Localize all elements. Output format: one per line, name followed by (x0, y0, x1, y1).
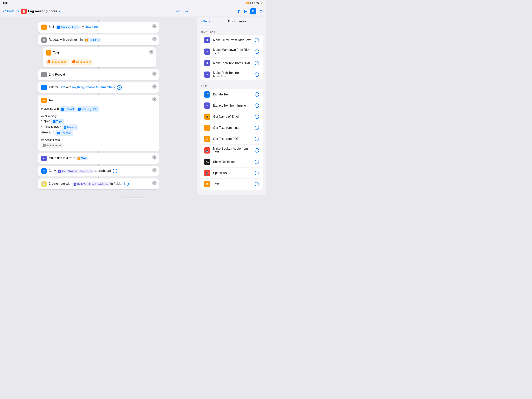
nav-right-area: ⬆ ▶ ⊞ ⚙ (237, 8, 263, 14)
repeat-close-button[interactable]: × (152, 37, 157, 41)
text-nested-icon: ≡ (46, 50, 51, 56)
connector (98, 176, 99, 179)
repeat-icon: ↻ (41, 37, 47, 43)
get-text-input-info-button[interactable]: i (255, 126, 259, 130)
spacer (41, 136, 156, 138)
create-note-action: 📝 Create note with R Rich Text from Mark… (38, 179, 159, 189)
folder-value[interactable]: Folder (114, 182, 122, 185)
text-nested-action: ≡ Text × X Repeat Index . X Repeat Item (43, 47, 156, 67)
topic-token[interactable]: □ Topic (51, 119, 64, 124)
ask-for-close-button[interactable]: × (152, 84, 157, 89)
ask-text-type[interactable]: Text (59, 85, 65, 89)
run-button[interactable]: ▶ (244, 9, 247, 14)
notable-token[interactable]: □ Notable (62, 124, 78, 130)
repeat-index-token[interactable]: X Repeat Index (46, 59, 69, 65)
create-note-icon: 📝 (41, 181, 47, 187)
create-note-options-button[interactable]: › (124, 182, 129, 186)
text-action-icon: ≡ (204, 181, 210, 187)
make-markdown-label: Make Markdown from Rich Text (213, 48, 252, 55)
make-spoken-info-button[interactable]: i (255, 148, 259, 153)
split-text-token[interactable]: ≡ Split Text (83, 38, 101, 42)
make-html-info-button[interactable]: i (255, 38, 259, 42)
list-item-extract-text[interactable]: R Extract Text from Image i (200, 100, 263, 111)
status-center: ••• (126, 1, 128, 5)
text-main-title: Text (49, 99, 54, 102)
undo-button[interactable]: ↩ (176, 9, 180, 14)
new-lines-value[interactable]: New Lines (85, 25, 99, 28)
status-right: 📶 🎧 47% 🔋 (246, 1, 263, 4)
ask-prompt[interactable]: Anything notable to remember? (72, 85, 115, 89)
panel-back-button[interactable]: ‹ Back (201, 19, 210, 23)
speak-text-label: Speak Text (213, 171, 252, 175)
connector (98, 151, 99, 153)
create-note-close-button[interactable]: × (152, 181, 157, 185)
make-markdown-info-button[interactable]: i (255, 50, 259, 54)
make-spoken-icon: 🔊 (204, 147, 210, 154)
extract-text-info-button[interactable]: i (255, 103, 259, 108)
list-item-dictate-text[interactable]: 🎤 Dictate Text i (200, 89, 263, 100)
settings-button[interactable]: ⚙ (259, 9, 263, 14)
text-line-5: *Reaction*: □ Reaction (41, 130, 156, 136)
contact-token[interactable]: □ Contact (60, 106, 76, 112)
list-item-make-rich-html[interactable]: R Make Rich Text from HTML i (200, 58, 263, 69)
get-emoji-info-button[interactable]: i (255, 115, 259, 119)
get-text-pdf-info-button[interactable]: i (255, 137, 259, 141)
make-rich-close-button[interactable]: × (152, 155, 157, 160)
end-repeat-title: End Repeat (49, 73, 65, 76)
text-nested-close-button[interactable]: × (149, 50, 153, 54)
list-item-make-markdown[interactable]: R Make Markdown from Rich Text i (200, 46, 263, 58)
right-panel: ‹ Back Documents Rich Text R Make HTML f… (197, 17, 266, 195)
ask-for-action: □ Ask for Text with Anything notable to … (38, 82, 159, 93)
copy-action: ⎘ Copy R Rich Text from Markdown to clip… (38, 166, 159, 176)
speak-text-info-button[interactable]: i (255, 171, 259, 175)
end-repeat-close-button[interactable]: × (152, 71, 157, 76)
rich-text-markdown-token-1[interactable]: R Rich Text from Markdown (57, 169, 94, 174)
spacer (41, 112, 156, 114)
wifi-icon: 📶 (246, 1, 249, 4)
list-item-make-html[interactable]: R Make HTML from Rich Text i (200, 35, 263, 45)
copy-close-button[interactable]: × (152, 168, 157, 172)
make-rich-html-info-button[interactable]: i (255, 61, 259, 65)
text-action-info-button[interactable]: i (255, 182, 259, 186)
make-rich-icon: R (41, 156, 47, 161)
reaction-token[interactable]: □ Reaction (56, 130, 73, 136)
repeat-item-token[interactable]: X Repeat Item (71, 59, 92, 65)
main-layout: ≡ Split □ Provided Input by New Lines × … (0, 17, 266, 195)
title-chevron-icon[interactable]: ▾ (59, 10, 60, 13)
ask-options-button[interactable]: › (117, 85, 122, 90)
provided-input-token[interactable]: □ Provided Input (56, 25, 80, 29)
add-action-button[interactable]: ⊞ (250, 8, 256, 14)
dictate-text-icon: 🎤 (204, 91, 210, 98)
redo-button[interactable]: ↪ (184, 9, 188, 14)
list-item-speak-text[interactable]: 🔊 Speak Text i (200, 167, 263, 179)
nav-center-controls: ↩ ↪ (129, 9, 235, 14)
text-variable-token[interactable]: ≡ Text (76, 156, 88, 160)
list-item-show-def[interactable]: Aa Show Definition i (200, 156, 263, 167)
make-rich-markdown-info-button[interactable]: i (255, 72, 259, 77)
text-line-3: *Topic*: □ Topic (41, 119, 156, 124)
action-items-token[interactable]: ↻ Action Items (41, 143, 63, 148)
connector (98, 45, 99, 47)
rich-text-markdown-token-2[interactable]: R Rich Text from Markdown (72, 182, 109, 186)
make-spoken-label: Make Spoken Audio from Text (213, 147, 252, 154)
dictate-text-info-button[interactable]: i (255, 92, 259, 97)
copy-options-button[interactable]: › (113, 169, 117, 174)
split-close-button[interactable]: × (152, 24, 157, 28)
list-item-make-rich-markdown[interactable]: R Make Rich Text from Markdown i (200, 69, 263, 80)
shortcut-title: Log meeting notes (28, 9, 57, 13)
list-item-get-text-pdf[interactable]: ≡ Get Text from PDF i (200, 134, 263, 144)
ask-for-icon: □ (41, 85, 47, 90)
list-item-get-emoji[interactable]: 😊 Get Name of Emoji i (200, 111, 263, 122)
text-line-1: # Meeting with □ Contact □ Meeting Date (41, 106, 156, 112)
show-def-icon: Aa (204, 159, 210, 165)
meeting-date-token[interactable]: □ Meeting Date (76, 106, 99, 112)
back-button[interactable]: ‹ Shortcuts (3, 9, 19, 13)
show-def-info-button[interactable]: i (255, 160, 259, 164)
share-button[interactable]: ⬆ (237, 9, 241, 14)
get-text-input-icon: ≡ (204, 125, 210, 131)
get-text-pdf-label: Get Text from PDF (213, 137, 252, 141)
text-main-close-button[interactable]: × (152, 97, 157, 102)
list-item-make-spoken[interactable]: 🔊 Make Spoken Audio from Text i (200, 145, 263, 156)
list-item-text-action[interactable]: ≡ Text i (200, 179, 263, 190)
list-item-get-text-input[interactable]: ≡ Get Text from Input i (200, 122, 263, 133)
